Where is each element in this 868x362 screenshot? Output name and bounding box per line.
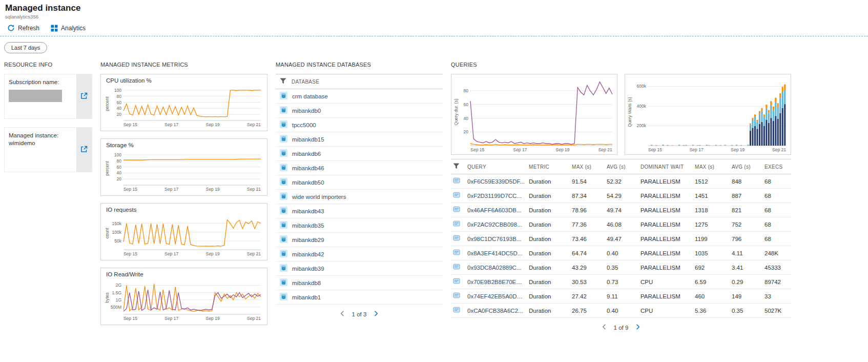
database-row[interactable]: mibankdb43	[276, 204, 443, 218]
database-icon	[280, 149, 287, 158]
io-read-write-chart: 500M1G1.5G2GbytesSep 15Sep 17Sep 19Sep 2…	[104, 278, 264, 321]
chart-title: IO requests	[106, 207, 264, 213]
next-page-button[interactable]	[634, 324, 641, 332]
svg-text:100: 100	[114, 88, 121, 93]
next-page-button[interactable]	[373, 310, 379, 318]
query-wait-avg: 3.41	[730, 260, 762, 275]
database-row[interactable]: mibankdb39	[276, 262, 443, 276]
queries-pagination: 1 of 9	[451, 318, 791, 337]
queries-column-header: AVG (s)	[605, 159, 638, 174]
query-dominant-wait: PARALLELISM	[638, 289, 693, 304]
queries-column-header: MAX (s)	[693, 159, 730, 174]
filter-icon[interactable]	[280, 78, 286, 85]
query-dominant-wait: PARALLELISM	[638, 217, 693, 232]
managed-instance-open-link[interactable]	[76, 128, 92, 172]
svg-text:Sep 21: Sep 21	[247, 187, 261, 192]
query-row[interactable]: 0x74EF42EB5A0D1... Duration 27.42 9.11 P…	[451, 289, 791, 304]
storage-chart: 20406080100percentSep 15Sep 17Sep 19Sep …	[104, 149, 264, 192]
query-row[interactable]: 0x8A3EF414DC5D... Duration 64.74 0.40 PA…	[451, 246, 791, 260]
svg-text:Query Waits (s): Query Waits (s)	[627, 97, 632, 127]
database-icon	[280, 293, 287, 301]
database-row[interactable]: mibankdb42	[276, 247, 443, 262]
database-row[interactable]: mibankdb0	[276, 104, 443, 118]
database-row[interactable]: mibankdb50	[276, 175, 443, 190]
query-metric: Duration	[527, 260, 570, 275]
analytics-button[interactable]: Analytics	[51, 25, 86, 32]
databases-header-row: DATABASE	[276, 74, 443, 89]
query-execs: 68	[762, 189, 791, 203]
database-row[interactable]: tpcc5000	[276, 118, 443, 132]
database-name: mibankdb29	[292, 237, 324, 243]
query-row[interactable]: 0xF2D31199D7CC... Duration 87.34 54.29 P…	[451, 189, 791, 203]
query-metric: Duration	[527, 203, 570, 217]
database-name: mibankdb8	[292, 280, 321, 286]
query-row[interactable]: 0xF2AC92CBB098... Duration 77.36 46.08 P…	[451, 217, 791, 232]
subscription-open-link[interactable]	[76, 74, 92, 118]
query-row[interactable]: 0xF6C59E339D5DF... Duration 91.54 52.32 …	[451, 174, 791, 189]
queries-table-body: 0xF6C59E339D5DF... Duration 91.54 52.32 …	[451, 174, 791, 318]
database-row[interactable]: mibankdb6	[276, 147, 443, 161]
external-link-icon	[80, 92, 88, 102]
database-row[interactable]: mibankdb35	[276, 218, 443, 233]
svg-text:100: 100	[114, 152, 121, 157]
svg-text:Sep 17: Sep 17	[164, 122, 178, 127]
svg-text:20: 20	[117, 112, 122, 117]
query-execs: 5027K	[762, 304, 791, 318]
analytics-icon	[51, 25, 58, 32]
database-name: mibankdb50	[292, 179, 324, 186]
svg-text:80: 80	[117, 158, 122, 164]
query-avg: 0.40	[605, 304, 638, 318]
query-row[interactable]: 0x46AFF6A603DB... Duration 78.96 49.74 P…	[451, 203, 791, 217]
metrics-section: MANAGED INSTANCE METRICS CPU utilization…	[100, 58, 267, 332]
database-icon	[280, 192, 287, 201]
query-wait-avg: 4.11	[730, 246, 762, 260]
query-execs: 248K	[762, 246, 791, 260]
query-wait-max: 1275	[693, 217, 730, 232]
query-row[interactable]: 0x98C1DC76193B... Duration 73.46 49.47 P…	[451, 232, 791, 246]
database-row[interactable]: mibankdb1	[276, 290, 443, 305]
query-wait-max: 1451	[693, 189, 730, 203]
query-dominant-wait: PARALLELISM	[638, 203, 693, 217]
refresh-button[interactable]: Refresh	[7, 24, 39, 32]
query-row[interactable]: 0xCA0FCB38A6C2... Duration 26.75 0.40 CP…	[451, 304, 791, 318]
time-range-pill[interactable]: Last 7 days	[4, 42, 47, 53]
query-metric: Duration	[527, 174, 570, 189]
database-icon	[280, 250, 287, 258]
database-row[interactable]: crm database	[276, 89, 443, 104]
refresh-icon	[7, 24, 15, 32]
query-avg: 9.11	[605, 289, 638, 304]
databases-section: MANAGED INSTANCE DATABASES DATABASE	[276, 58, 443, 324]
resource-info-title: RESOURCE INFO	[4, 62, 92, 68]
svg-text:Sep 15: Sep 15	[123, 251, 137, 256]
database-row[interactable]: wide world importers	[276, 190, 443, 204]
query-hash: 0x8A3EF414DC5D...	[465, 246, 527, 260]
database-name: mibankdb39	[292, 266, 324, 272]
database-row[interactable]: mibankdb15	[276, 132, 443, 147]
query-hash: 0x74EF42EB5A0D1...	[465, 289, 527, 304]
database-row[interactable]: mibankdb29	[276, 233, 443, 247]
query-execs: 68	[762, 232, 791, 246]
query-max: 27.42	[570, 289, 605, 304]
query-row[interactable]: 0x93DC8A02889C... Duration 43.29 0.35 PA…	[451, 260, 791, 275]
prev-page-button[interactable]	[339, 310, 346, 318]
chart-title: CPU utilization %	[106, 77, 264, 84]
svg-text:200k: 200k	[637, 123, 647, 128]
prev-page-button[interactable]	[601, 324, 608, 332]
database-row[interactable]: mibankdb46	[276, 161, 443, 175]
database-icon	[280, 264, 287, 273]
page-subtitle: sqlanalytics356	[5, 14, 863, 19]
query-duration-chart: 20406080Query dur. (s)Sep 15Sep 17Sep 19…	[453, 76, 615, 153]
svg-text:80: 80	[117, 94, 122, 99]
query-execs: 45333	[762, 260, 791, 275]
query-icon	[453, 294, 460, 300]
cpu-utilization-card: CPU utilization % 20406080100percentSep …	[100, 74, 267, 131]
filter-icon[interactable]	[451, 159, 465, 174]
svg-text:Sep 15: Sep 15	[123, 316, 137, 321]
query-dominant-wait: PARALLELISM	[638, 174, 693, 189]
svg-text:400k: 400k	[637, 104, 647, 109]
query-row[interactable]: 0x70E9B2B8E70EC... Duration 30.53 0.73 C…	[451, 275, 791, 289]
query-max: 30.53	[570, 275, 605, 289]
database-row[interactable]: mibankdb8	[276, 276, 443, 290]
query-wait-max: 1512	[693, 174, 730, 189]
svg-text:Sep 17: Sep 17	[164, 187, 178, 192]
